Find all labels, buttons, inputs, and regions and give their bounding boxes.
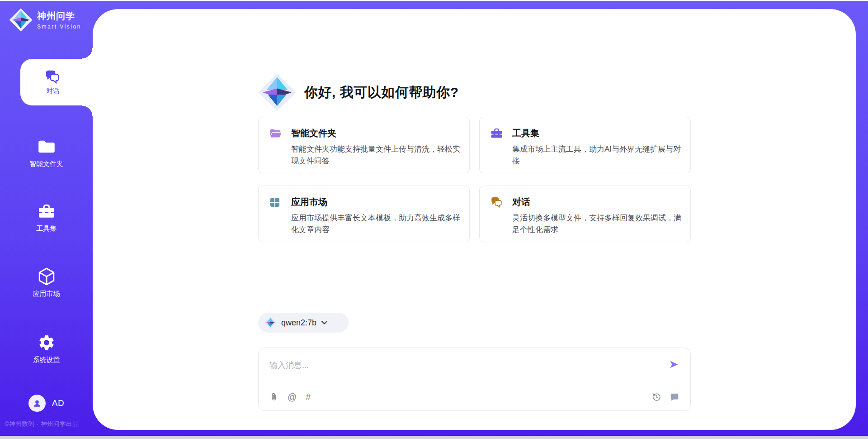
greeting-block: 你好, 我可以如何帮助你? [258, 73, 459, 111]
folder-open-icon [269, 128, 282, 139]
top-edge [0, 0, 868, 1]
card-title: 对话 [512, 196, 530, 208]
sidebar-item-label: 应用市场 [33, 290, 60, 298]
toolbox-icon [38, 202, 55, 220]
user-chip[interactable]: AD [0, 395, 93, 412]
model-selector[interactable]: qwen2:7b [258, 313, 349, 333]
chat-icon [45, 69, 61, 84]
copyright-footer: ©神州数码 · 神州问学出品 [5, 420, 93, 428]
folder-icon [38, 138, 56, 156]
greeting-title: 你好, 我可以如何帮助你? [304, 83, 459, 102]
main-panel: 你好, 我可以如何帮助你? 智能文件夹 智能文件夹功能支持批量文件 [93, 9, 856, 430]
send-button[interactable]: ➤ [667, 357, 680, 371]
sidebar-item-chat[interactable]: 对话 [20, 59, 93, 105]
card-title: 应用市场 [291, 196, 327, 208]
sidebar-item-label: 系统设置 [33, 356, 60, 364]
conversation-button[interactable] [670, 391, 679, 403]
card-description: 灵活切换多模型文件，支持多样回复效果调试，满足个性化需求 [512, 212, 689, 236]
sidebar-item-toolset[interactable]: 工具集 [0, 202, 93, 233]
sidebar-item-smart-folder[interactable]: 智能文件夹 [0, 138, 93, 168]
gear-icon [38, 334, 56, 352]
composer-tools-left: @ # [269, 391, 311, 403]
active-tab-curve-top [82, 48, 93, 59]
brand-text: 神州问学 Smart Vision [37, 10, 81, 30]
card-title: 工具集 [512, 127, 539, 139]
bottom-edge [0, 436, 868, 439]
card-chat[interactable]: 对话 灵活切换多模型文件，支持多样回复效果调试，满足个性化需求 [479, 186, 691, 242]
message-input[interactable] [269, 356, 658, 374]
brand-logo-icon [9, 8, 33, 32]
mention-button[interactable]: @ [288, 391, 297, 403]
composer-tools-right [651, 391, 679, 403]
brand: 神州问学 Smart Vision [9, 8, 81, 32]
grid-icon [269, 196, 282, 208]
assistant-logo-icon [258, 73, 296, 111]
history-icon [651, 392, 661, 402]
chat-icon [491, 196, 503, 208]
card-title: 智能文件夹 [291, 127, 336, 139]
sidebar-item-app-market[interactable]: 应用市场 [0, 267, 93, 298]
toolbox-icon [491, 128, 503, 139]
sidebar-item-label: 智能文件夹 [29, 160, 63, 168]
history-button[interactable] [651, 391, 661, 403]
card-description: 智能文件夹功能支持批量文件上传与清洗，轻松实现文件问答 [291, 143, 467, 167]
sidebar-item-settings[interactable]: 系统设置 [0, 334, 93, 364]
at-icon: @ [288, 392, 297, 402]
composer-divider [259, 384, 690, 384]
chevron-down-icon [321, 321, 327, 324]
app-root: 神州问学 Smart Vision 对话 智能文件夹 [0, 0, 868, 439]
user-initials: AD [52, 398, 64, 408]
sidebar: 神州问学 Smart Vision 对话 智能文件夹 [0, 0, 93, 439]
card-toolset[interactable]: 工具集 集成市场上主流工具，助力AI与外界无缝扩展与对接 [479, 117, 691, 173]
person-icon [32, 398, 42, 408]
active-tab-curve-bottom [82, 105, 93, 116]
avatar [28, 395, 46, 412]
card-app-market[interactable]: 应用市场 应用市场提供丰富长文本模板，助力高效生成多样化文章内容 [258, 186, 470, 242]
cube-icon [38, 267, 55, 286]
message-composer: ➤ @ # [258, 348, 691, 411]
sidebar-item-label: 工具集 [36, 224, 57, 233]
card-smart-folder[interactable]: 智能文件夹 智能文件夹功能支持批量文件上传与清洗，轻松实现文件问答 [258, 117, 470, 173]
attach-file-button[interactable] [269, 391, 278, 403]
model-logo-icon [264, 317, 276, 329]
paperclip-icon [269, 392, 278, 402]
hash-icon: # [306, 392, 311, 402]
brand-subtitle: Smart Vision [37, 24, 81, 30]
feature-cards: 智能文件夹 智能文件夹功能支持批量文件上传与清洗，轻松实现文件问答 [258, 117, 691, 242]
model-name: qwen2:7b [281, 318, 316, 328]
sidebar-item-label: 对话 [46, 87, 60, 95]
topic-button[interactable]: # [306, 391, 311, 403]
card-description: 应用市场提供丰富长文本模板，助力高效生成多样化文章内容 [291, 212, 467, 236]
comment-icon [670, 392, 679, 402]
brand-name: 神州问学 [37, 10, 81, 22]
card-description: 集成市场上主流工具，助力AI与外界无缝扩展与对接 [512, 143, 689, 167]
